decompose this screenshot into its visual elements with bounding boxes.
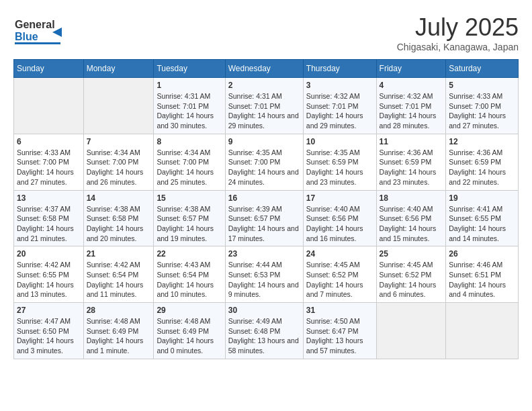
sunrise-text: Sunrise: 4:43 AM xyxy=(157,260,222,270)
calendar-cell xyxy=(376,303,446,359)
daylight-text: Daylight: 14 hours and 0 minutes. xyxy=(157,336,222,355)
calendar-cell: 16Sunrise: 4:39 AMSunset: 6:57 PMDayligh… xyxy=(225,190,303,246)
sunset-text: Sunset: 7:00 PM xyxy=(17,157,81,167)
day-number: 8 xyxy=(157,137,222,146)
logo-svg: General Blue xyxy=(13,13,74,50)
daylight-text: Daylight: 14 hours and 13 minutes. xyxy=(17,280,81,300)
month-title: July 2025 xyxy=(397,13,519,42)
daylight-text: Daylight: 14 hours and 21 minutes. xyxy=(17,224,81,243)
header-sunday: Sunday xyxy=(14,60,84,78)
calendar-header-row: Sunday Monday Tuesday Wednesday Thursday… xyxy=(14,60,519,78)
day-number: 28 xyxy=(87,306,151,315)
sunset-text: Sunset: 7:01 PM xyxy=(380,101,443,111)
daylight-text: Daylight: 14 hours and 1 minute. xyxy=(87,336,151,355)
daylight-text: Daylight: 13 hours and 57 minutes. xyxy=(306,336,373,355)
day-number: 1 xyxy=(157,81,222,90)
daylight-text: Daylight: 14 hours and 22 minutes. xyxy=(449,167,515,187)
header-saturday: Saturday xyxy=(446,60,519,78)
sunrise-text: Sunrise: 4:45 AM xyxy=(306,260,373,270)
sunset-text: Sunset: 6:59 PM xyxy=(449,157,515,167)
header-tuesday: Tuesday xyxy=(154,60,225,78)
sunset-text: Sunset: 6:54 PM xyxy=(157,270,222,280)
day-info: Sunrise: 4:42 AMSunset: 6:55 PMDaylight:… xyxy=(17,260,81,300)
calendar-cell: 31Sunrise: 4:50 AMSunset: 6:47 PMDayligh… xyxy=(303,303,376,359)
day-number: 27 xyxy=(17,306,81,315)
sunset-text: Sunset: 6:51 PM xyxy=(449,270,515,280)
title-area: July 2025 Chigasaki, Kanagawa, Japan xyxy=(397,13,519,52)
day-number: 23 xyxy=(228,249,300,259)
calendar-cell: 5Sunrise: 4:33 AMSunset: 7:00 PMDaylight… xyxy=(446,78,519,134)
daylight-text: Daylight: 14 hours and 9 minutes. xyxy=(228,280,300,300)
daylight-text: Daylight: 14 hours and 15 minutes. xyxy=(380,224,443,243)
day-info: Sunrise: 4:35 AMSunset: 6:59 PMDaylight:… xyxy=(306,148,373,187)
day-number: 12 xyxy=(449,137,515,146)
calendar-cell: 2Sunrise: 4:31 AMSunset: 7:01 PMDaylight… xyxy=(225,78,303,134)
day-info: Sunrise: 4:47 AMSunset: 6:50 PMDaylight:… xyxy=(17,316,81,356)
sunrise-text: Sunrise: 4:31 AM xyxy=(228,91,300,101)
svg-text:General: General xyxy=(15,19,55,30)
svg-text:Blue: Blue xyxy=(15,31,38,42)
calendar-cell: 29Sunrise: 4:48 AMSunset: 6:49 PMDayligh… xyxy=(154,303,225,359)
day-info: Sunrise: 4:41 AMSunset: 6:55 PMDaylight:… xyxy=(449,204,515,244)
sunrise-text: Sunrise: 4:33 AM xyxy=(449,91,515,101)
sunset-text: Sunset: 6:58 PM xyxy=(17,214,81,224)
day-info: Sunrise: 4:38 AMSunset: 6:58 PMDaylight:… xyxy=(87,204,151,244)
header-monday: Monday xyxy=(83,60,154,78)
calendar-cell: 18Sunrise: 4:40 AMSunset: 6:56 PMDayligh… xyxy=(376,190,446,246)
day-number: 9 xyxy=(228,137,300,146)
daylight-text: Daylight: 14 hours and 30 minutes. xyxy=(157,111,222,130)
calendar-cell: 27Sunrise: 4:47 AMSunset: 6:50 PMDayligh… xyxy=(14,303,84,359)
day-info: Sunrise: 4:46 AMSunset: 6:51 PMDaylight:… xyxy=(449,260,515,300)
day-info: Sunrise: 4:34 AMSunset: 7:00 PMDaylight:… xyxy=(157,148,222,187)
header-wednesday: Wednesday xyxy=(225,60,303,78)
daylight-text: Daylight: 14 hours and 17 minutes. xyxy=(228,224,300,243)
day-number: 26 xyxy=(449,249,515,259)
sunset-text: Sunset: 6:48 PM xyxy=(228,326,300,336)
day-number: 19 xyxy=(449,193,515,203)
day-info: Sunrise: 4:39 AMSunset: 6:57 PMDaylight:… xyxy=(228,204,300,244)
sunrise-text: Sunrise: 4:48 AM xyxy=(87,316,151,326)
calendar-cell: 19Sunrise: 4:41 AMSunset: 6:55 PMDayligh… xyxy=(446,190,519,246)
daylight-text: Daylight: 14 hours and 26 minutes. xyxy=(87,167,151,187)
day-number: 31 xyxy=(306,306,373,315)
sunset-text: Sunset: 6:52 PM xyxy=(380,270,443,280)
daylight-text: Daylight: 14 hours and 14 minutes. xyxy=(449,224,515,243)
day-info: Sunrise: 4:50 AMSunset: 6:47 PMDaylight:… xyxy=(306,316,373,356)
sunset-text: Sunset: 6:55 PM xyxy=(17,270,81,280)
day-number: 6 xyxy=(17,137,81,146)
sunset-text: Sunset: 6:58 PM xyxy=(87,214,151,224)
calendar-cell: 23Sunrise: 4:44 AMSunset: 6:53 PMDayligh… xyxy=(225,246,303,303)
daylight-text: Daylight: 14 hours and 10 minutes. xyxy=(157,280,222,300)
daylight-text: Daylight: 14 hours and 25 minutes. xyxy=(157,167,222,187)
sunrise-text: Sunrise: 4:35 AM xyxy=(228,148,300,158)
day-number: 10 xyxy=(306,137,373,146)
calendar-cell: 25Sunrise: 4:45 AMSunset: 6:52 PMDayligh… xyxy=(376,246,446,303)
day-info: Sunrise: 4:37 AMSunset: 6:58 PMDaylight:… xyxy=(17,204,81,244)
sunset-text: Sunset: 6:55 PM xyxy=(449,214,515,224)
svg-rect-3 xyxy=(15,42,60,44)
sunset-text: Sunset: 7:00 PM xyxy=(87,157,151,167)
day-info: Sunrise: 4:35 AMSunset: 7:00 PMDaylight:… xyxy=(228,148,300,187)
sunrise-text: Sunrise: 4:37 AM xyxy=(17,204,81,214)
daylight-text: Daylight: 14 hours and 24 minutes. xyxy=(228,167,300,187)
daylight-text: Daylight: 14 hours and 4 minutes. xyxy=(449,280,515,300)
sunset-text: Sunset: 6:52 PM xyxy=(306,270,373,280)
sunrise-text: Sunrise: 4:47 AM xyxy=(17,316,81,326)
day-info: Sunrise: 4:31 AMSunset: 7:01 PMDaylight:… xyxy=(157,91,222,131)
page-header: General Blue July 2025 Chigasaki, Kanaga… xyxy=(13,13,519,52)
calendar-cell: 15Sunrise: 4:38 AMSunset: 6:57 PMDayligh… xyxy=(154,190,225,246)
day-number: 21 xyxy=(87,249,151,259)
sunrise-text: Sunrise: 4:32 AM xyxy=(380,91,443,101)
calendar-cell: 12Sunrise: 4:36 AMSunset: 6:59 PMDayligh… xyxy=(446,134,519,190)
daylight-text: Daylight: 14 hours and 23 minutes. xyxy=(306,167,373,187)
day-number: 13 xyxy=(17,193,81,203)
calendar-cell: 1Sunrise: 4:31 AMSunset: 7:01 PMDaylight… xyxy=(154,78,225,134)
daylight-text: Daylight: 14 hours and 27 minutes. xyxy=(17,167,81,187)
sunset-text: Sunset: 7:00 PM xyxy=(449,101,515,111)
sunrise-text: Sunrise: 4:39 AM xyxy=(228,204,300,214)
daylight-text: Daylight: 14 hours and 16 minutes. xyxy=(306,224,373,243)
day-info: Sunrise: 4:45 AMSunset: 6:52 PMDaylight:… xyxy=(306,260,373,300)
calendar-cell: 17Sunrise: 4:40 AMSunset: 6:56 PMDayligh… xyxy=(303,190,376,246)
calendar-cell: 8Sunrise: 4:34 AMSunset: 7:00 PMDaylight… xyxy=(154,134,225,190)
sunrise-text: Sunrise: 4:40 AM xyxy=(380,204,443,214)
